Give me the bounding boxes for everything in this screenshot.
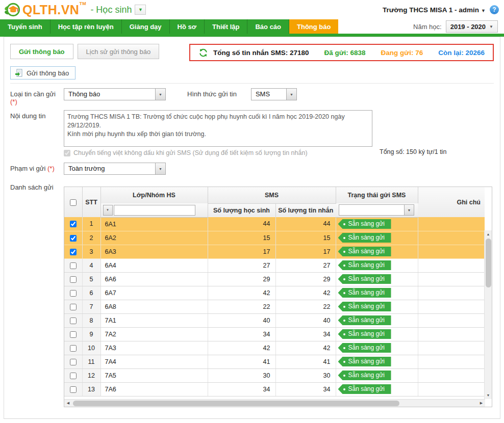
send-notification-button[interactable]: Gửi thông báo xyxy=(10,66,75,80)
row-messages: 34 xyxy=(275,327,336,341)
module-dropdown-button[interactable]: ▼ xyxy=(135,5,146,15)
row-students: 34 xyxy=(208,327,275,341)
scroll-right-icon[interactable]: ▶ xyxy=(477,400,485,407)
class-filter-dropdown[interactable]: ▼ xyxy=(103,205,113,216)
row-checkbox[interactable] xyxy=(70,331,77,338)
chevron-down-icon: ▼ xyxy=(489,24,493,29)
message-content-input[interactable]: Trường THCS MISA 1 TB: Trường tổ chức cu… xyxy=(64,110,372,147)
table-row: 12 7A5 30 30 Sẵn sàng gửi xyxy=(64,368,485,382)
row-stt: 4 xyxy=(82,258,100,272)
row-messages: 29 xyxy=(275,272,336,286)
row-messages: 34 xyxy=(275,382,336,396)
status-filter-select[interactable]: ▼ xyxy=(339,204,414,216)
nav-tab-ho-so[interactable]: Hồ sơ xyxy=(170,19,205,34)
row-stt: 1 xyxy=(82,217,100,231)
status-badge: Sẵn sàng gửi xyxy=(338,315,391,325)
status-badge-label: Sẵn sàng gửi xyxy=(348,220,385,227)
status-dot-icon xyxy=(343,375,345,377)
message-type-select[interactable]: Thông báo▼ xyxy=(64,88,166,100)
row-status: Sẵn sàng gửi xyxy=(336,258,418,272)
nav-tab-hoc-tap-ren-luyen[interactable]: Học tập rèn luyện xyxy=(51,19,122,34)
row-class: 7A1 xyxy=(100,313,208,327)
nav-tab-thong-bao[interactable]: Thông báo xyxy=(289,19,338,34)
row-students: 29 xyxy=(208,272,275,286)
row-status: Sẵn sàng gửi xyxy=(336,327,418,341)
row-checkbox[interactable] xyxy=(70,249,77,255)
status-badge-label: Sẵn sàng gửi xyxy=(348,330,385,337)
table-row: 3 6A3 17 17 Sẵn sàng gửi xyxy=(64,245,485,258)
row-messages: 30 xyxy=(275,368,336,382)
row-status: Sẵn sàng gửi xyxy=(336,341,418,355)
row-checkbox[interactable] xyxy=(70,345,77,352)
status-dot-icon xyxy=(343,265,345,267)
nav-tab-bao-cao[interactable]: Báo cáo xyxy=(247,19,289,34)
status-badge: Sẵn sàng gửi xyxy=(338,329,391,339)
row-class: 7A4 xyxy=(100,355,208,368)
row-checkbox[interactable] xyxy=(70,318,77,324)
send-list-grid: STT Lớp/Nhóm HS SMS Trạng thái gửi SMS G… xyxy=(64,187,492,407)
row-class: 6A6 xyxy=(100,272,208,286)
row-checkbox[interactable] xyxy=(70,290,77,297)
row-stt: 7 xyxy=(82,300,100,313)
row-stt: 2 xyxy=(82,231,100,245)
send-method-label: Hình thức gửi tin xyxy=(187,90,237,105)
nav-tab-tuyen-sinh[interactable]: Tuyển sinh xyxy=(0,19,51,34)
row-stt: 9 xyxy=(82,327,100,341)
table-row: 13 7A6 34 34 Sẵn sàng gửi xyxy=(64,382,485,396)
send-method-select[interactable]: SMS▼ xyxy=(251,88,297,100)
col-class: Lớp/Nhóm HS xyxy=(100,187,208,203)
status-dot-icon xyxy=(343,347,345,349)
row-checkbox[interactable] xyxy=(70,304,77,310)
scope-select[interactable]: Toàn trường▼ xyxy=(64,163,166,175)
table-row: 10 7A3 42 42 Sẵn sàng gửi xyxy=(64,341,485,355)
vertical-scroll-thumb[interactable] xyxy=(486,239,491,287)
row-checkbox[interactable] xyxy=(70,373,77,379)
row-students: 22 xyxy=(208,300,275,313)
status-badge: Sẵn sàng gửi xyxy=(338,384,391,394)
row-checkbox[interactable] xyxy=(70,221,77,227)
status-dot-icon xyxy=(343,251,345,253)
scroll-up-icon[interactable]: ▲ xyxy=(485,230,492,238)
row-stt: 6 xyxy=(82,286,100,300)
row-note xyxy=(418,327,485,341)
row-select-cell xyxy=(64,245,82,258)
status-dot-icon xyxy=(343,306,345,308)
status-dot-icon xyxy=(343,278,345,280)
class-filter-input[interactable] xyxy=(114,205,195,216)
status-dot-icon xyxy=(343,223,345,225)
status-badge: Sẵn sàng gửi xyxy=(338,343,391,353)
row-status: Sẵn sàng gửi xyxy=(336,382,418,396)
status-badge-label: Sẵn sàng gửi xyxy=(348,248,385,255)
nav-tab-giang-day[interactable]: Giảng dạy xyxy=(122,19,170,34)
help-icon[interactable]: ? xyxy=(490,5,499,14)
scroll-left-icon[interactable]: ◀ xyxy=(64,400,72,407)
horizontal-scroll-thumb[interactable] xyxy=(73,401,399,406)
row-messages: 22 xyxy=(275,300,336,313)
row-checkbox[interactable] xyxy=(70,235,77,242)
row-select-cell xyxy=(64,313,82,327)
row-checkbox[interactable] xyxy=(70,386,77,393)
chevron-down-icon: ▼ xyxy=(155,163,165,174)
scroll-down-icon[interactable]: ▼ xyxy=(485,391,492,399)
send-notification-icon xyxy=(15,69,23,77)
convert-no-accent-label: Chuyển tiếng việt không dấu khi gửi SMS … xyxy=(73,149,308,156)
row-checkbox[interactable] xyxy=(70,359,77,365)
row-checkbox[interactable] xyxy=(70,276,77,283)
main-nav: Tuyển sinh Học tập rèn luyện Giảng dạy H… xyxy=(0,19,504,34)
row-checkbox[interactable] xyxy=(70,262,77,269)
message-content-label: Nội dung tin xyxy=(10,110,64,147)
school-year-select[interactable]: 2019 - 2020▼ xyxy=(446,20,498,33)
refresh-icon[interactable] xyxy=(198,48,208,58)
tab-notification-history[interactable]: Lịch sử gửi thông báo xyxy=(78,44,160,59)
caret-down-icon: ▼ xyxy=(481,8,486,13)
logo: QLTH.VNTM xyxy=(4,2,86,18)
account-menu[interactable]: Trường THCS MISA 1 - admin▼ xyxy=(383,6,486,14)
horizontal-scrollbar[interactable]: ◀ ▶ xyxy=(64,399,485,407)
row-status: Sẵn sàng gửi xyxy=(336,368,418,382)
select-all-checkbox[interactable] xyxy=(70,199,77,206)
module-name: - Học sinh xyxy=(90,5,132,15)
vertical-scrollbar[interactable]: ▲ ▼ xyxy=(484,230,492,399)
nav-tab-thiet-lap[interactable]: Thiết lập xyxy=(205,19,247,34)
tab-send-notification[interactable]: Gửi thông báo xyxy=(10,44,73,59)
convert-no-accent-checkbox[interactable] xyxy=(64,150,70,156)
